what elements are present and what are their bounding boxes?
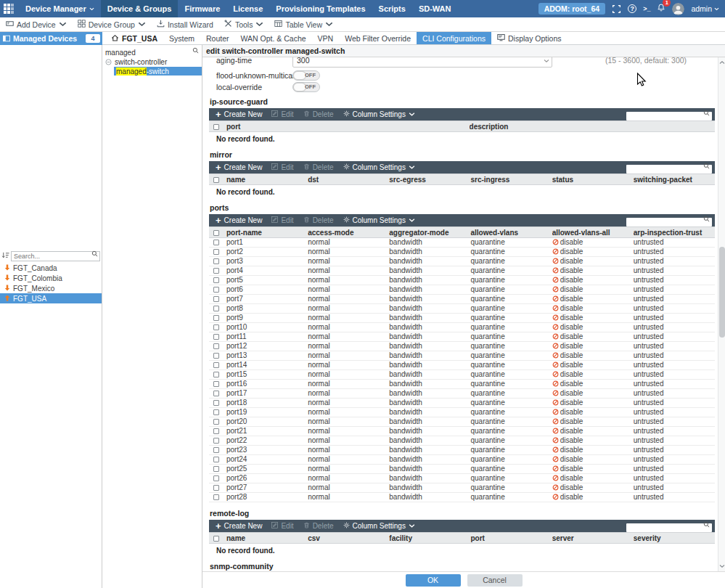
row-checkbox[interactable] <box>213 343 219 349</box>
table-row[interactable]: port21normalbandwidthquarantinedisableun… <box>209 427 715 436</box>
edit-button[interactable]: Edit <box>271 216 293 224</box>
row-checkbox[interactable] <box>213 240 219 245</box>
row-checkbox[interactable] <box>213 447 219 453</box>
select-all-checkbox[interactable] <box>213 177 219 183</box>
row-checkbox[interactable] <box>213 287 219 293</box>
nav-device-manager[interactable]: Device Manager <box>19 0 101 17</box>
table-search-input[interactable] <box>626 523 712 532</box>
spinner-icon[interactable] <box>544 59 549 63</box>
scrollbar-thumb[interactable] <box>719 247 725 338</box>
nav-firmware[interactable]: Firmware <box>178 0 226 17</box>
table-row[interactable]: port15normalbandwidthquarantinedisableun… <box>209 370 715 380</box>
column-settings-button[interactable]: Column Settings <box>343 163 415 171</box>
aging-time-input[interactable] <box>292 57 552 68</box>
create-new-button[interactable]: +Create New <box>216 216 262 224</box>
sort-icon[interactable] <box>1 251 9 259</box>
nav-provisioning-templates[interactable]: Provisioning Templates <box>269 0 372 17</box>
fullscreen-icon[interactable] <box>612 4 621 14</box>
table-row[interactable]: port16normalbandwidthquarantinedisableun… <box>209 380 715 389</box>
device-item-fgt-canada[interactable]: FGT_Canada <box>0 263 102 273</box>
tab-system[interactable]: System <box>163 32 200 44</box>
table-row[interactable]: port10normalbandwidthquarantinedisableun… <box>209 323 715 332</box>
device-count-badge[interactable]: 4 <box>86 34 100 43</box>
column-header-name[interactable]: name <box>226 533 308 544</box>
nav-device-groups[interactable]: Device & Groups <box>101 0 179 17</box>
column-header-src-ingress[interactable]: src-ingress <box>470 174 552 185</box>
row-checkbox[interactable] <box>213 334 219 340</box>
select-all-checkbox[interactable] <box>213 230 219 236</box>
adom-button[interactable]: ADOM: root_64 <box>538 3 605 15</box>
column-header-facility[interactable]: facility <box>389 533 470 544</box>
table-row[interactable]: port11normalbandwidthquarantinedisableun… <box>209 332 715 342</box>
table-row[interactable]: port14normalbandwidthquarantinedisableun… <box>209 361 715 370</box>
tab-wan-opt-cache[interactable]: WAN Opt. & Cache <box>235 32 312 44</box>
column-header-arp-inspection-trust[interactable]: arp-inspection-trust <box>634 227 715 238</box>
scroll-up-icon[interactable] <box>719 60 725 65</box>
row-checkbox[interactable] <box>213 277 219 283</box>
device-search-input[interactable] <box>11 251 100 261</box>
column-settings-button[interactable]: Column Settings <box>343 216 415 224</box>
tab-cli-configurations[interactable]: CLI Configurations <box>417 32 491 44</box>
row-checkbox[interactable] <box>213 400 219 406</box>
select-all-checkbox[interactable] <box>213 124 219 130</box>
row-checkbox[interactable] <box>213 409 219 415</box>
notifications-bell-icon[interactable]: 1 <box>657 2 665 15</box>
row-checkbox[interactable] <box>213 391 219 396</box>
user-menu[interactable]: admin <box>691 4 719 13</box>
row-checkbox[interactable] <box>213 494 219 500</box>
edit-button[interactable]: Edit <box>271 163 293 171</box>
install-wizard-button[interactable]: Install Wizard <box>157 20 213 29</box>
tab-vpn[interactable]: VPN <box>312 32 340 44</box>
table-row[interactable]: port22normalbandwidthquarantinedisableun… <box>209 436 715 446</box>
select-all-checkbox[interactable] <box>213 536 219 542</box>
device-item-fgt-mexico[interactable]: FGT_Mexico <box>0 283 102 293</box>
row-checkbox[interactable] <box>213 372 219 377</box>
device-item-fgt-usa[interactable]: FGT_USA <box>0 293 102 303</box>
tab-device-fgt-usa[interactable]: FGT_USA <box>105 32 163 44</box>
row-checkbox[interactable] <box>213 353 219 359</box>
table-row[interactable]: port2normalbandwidthquarantinedisableunt… <box>209 248 715 257</box>
column-header-access-mode[interactable]: access-mode <box>308 227 389 238</box>
table-row[interactable]: port9normalbandwidthquarantinedisableunt… <box>209 314 715 323</box>
column-header-port[interactable]: port <box>226 121 470 132</box>
column-settings-button[interactable]: Column Settings <box>343 522 415 530</box>
device-group-button[interactable]: Device Group <box>78 20 146 29</box>
vertical-scrollbar[interactable] <box>718 57 725 571</box>
tab-router[interactable]: Router <box>200 32 235 44</box>
row-checkbox[interactable] <box>213 457 219 462</box>
table-row[interactable]: port23normalbandwidthquarantinedisableun… <box>209 446 715 455</box>
table-row[interactable]: port4normalbandwidthquarantinedisableunt… <box>209 266 715 276</box>
column-header-csv[interactable]: csv <box>308 533 389 544</box>
edit-button[interactable]: Edit <box>271 522 293 530</box>
create-new-button[interactable]: +Create New <box>216 110 262 118</box>
tab-display-options[interactable]: Display Options <box>491 32 568 44</box>
help-icon[interactable]: ? <box>628 4 636 13</box>
tools-button[interactable]: Tools <box>224 20 264 29</box>
flood-unknown-multicast-toggle[interactable]: OFF <box>292 70 320 81</box>
row-checkbox[interactable] <box>213 381 219 387</box>
table-search-input[interactable] <box>626 165 712 173</box>
edit-button[interactable]: Edit <box>271 110 293 118</box>
column-header-status[interactable]: status <box>552 174 634 185</box>
table-row[interactable]: port20normalbandwidthquarantinedisableun… <box>209 417 715 427</box>
table-row[interactable]: port8normalbandwidthquarantinedisableunt… <box>209 304 715 314</box>
nav-scripts[interactable]: Scripts <box>372 0 412 17</box>
row-checkbox[interactable] <box>213 475 219 481</box>
row-checkbox[interactable] <box>213 324 219 330</box>
column-header-severity[interactable]: severity <box>634 533 715 544</box>
table-row[interactable]: port25normalbandwidthquarantinedisableun… <box>209 465 715 474</box>
row-checkbox[interactable] <box>213 306 219 311</box>
tab-web-filter-override[interactable]: Web Filter Override <box>339 32 417 44</box>
create-new-button[interactable]: +Create New <box>216 163 262 171</box>
column-header-dst[interactable]: dst <box>308 174 389 185</box>
ok-button[interactable]: OK <box>406 574 461 587</box>
table-row[interactable]: port1normalbandwidthquarantinedisableunt… <box>209 238 715 248</box>
tree-node-managed-switch[interactable]: managed-switch <box>114 67 202 75</box>
tree-search-input[interactable] <box>102 48 202 58</box>
app-grid-icon[interactable] <box>4 4 14 14</box>
nav-license[interactable]: License <box>226 0 269 17</box>
column-header-src-egress[interactable]: src-egress <box>389 174 470 185</box>
local-override-toggle[interactable]: OFF <box>292 82 320 92</box>
table-row[interactable]: port5normalbandwidthquarantinedisableunt… <box>209 276 715 285</box>
table-row[interactable]: port12normalbandwidthquarantinedisableun… <box>209 342 715 351</box>
